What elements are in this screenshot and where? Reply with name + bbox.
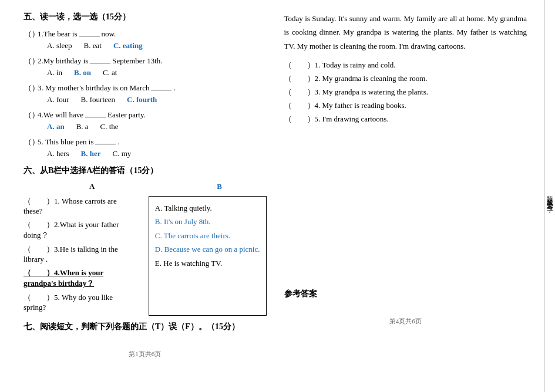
tf-q4: （ ）4. My father is reading books. (284, 100, 527, 111)
q3-blank (151, 82, 171, 90)
q4-opt-c: C. the (100, 122, 119, 131)
col-b-item-e: E. He is watching TV. (155, 256, 260, 270)
match-q4-text: （ ）4.When is your grandpa's birthday？ (23, 268, 137, 289)
q4-suffix: Easter party. (107, 110, 146, 120)
col-b-item-b: B. It's on July 8th. (155, 215, 260, 228)
col-b-item-a: A. Talking quietly. (155, 201, 260, 215)
rparen-1: ） (32, 29, 38, 39)
q1-opt-a: A. sleep (47, 41, 72, 50)
q5-opt-c: C. my (113, 149, 132, 158)
question-line-2: （ ） 2.My birthday is September 13th. (23, 55, 267, 66)
tf-q1: （ ）1. Today is rainy and cold. (284, 60, 527, 70)
match-q2-text: （ ）2.What is your father doing？ (23, 219, 137, 241)
col-a-header: A (23, 182, 161, 191)
q3-opt-b: B. fourteen (81, 95, 115, 104)
q4-text: 4.We will have (38, 110, 83, 120)
rparen-5: ） (32, 137, 38, 147)
col-a: （ ）1. Whose carrots are these? （ ）2.What… (23, 196, 137, 316)
q5-opt-a: A. hers (47, 149, 69, 158)
matching-headers: A B (23, 182, 267, 191)
section-five-title: 五、读一读，选一选（15分） (23, 12, 267, 22)
q5-options: A. hers B. her C. my (47, 149, 267, 158)
footer-left: 第1页共6页 (129, 350, 161, 359)
q2-suffix: September 13th. (112, 56, 162, 66)
match-q3-text: （ ）3.He is talking in the library . (23, 244, 137, 264)
col-b-item-d: D. Because we can go on a picnic. (155, 242, 260, 256)
tf-q5-text: （ ）5. I'm drawing cartoons. (284, 114, 389, 124)
rparen-2: ） (32, 56, 38, 66)
tf-q2-text: （ ）2. My grandma is cleaning the room. (284, 73, 428, 84)
q3-options: A. four B. fourteen C. fourth (47, 95, 267, 104)
section-six-title: 六、从B栏中选择A栏的答语（15分） (23, 165, 267, 176)
col-b-header: B (173, 182, 267, 191)
q2-opt-b: B. on (74, 68, 91, 77)
q1-opt-c: C. eating (113, 41, 143, 50)
tf-q2: （ ）2. My grandma is cleaning the room. (284, 73, 527, 84)
q4-opt-b: B. a (76, 122, 89, 131)
ref-answer: 参考答案 (284, 289, 527, 299)
question-line-1: （ ） 1.The bear is now. (23, 28, 267, 39)
q2-text: 2.My birthday is (38, 56, 88, 66)
q1-text: 1.The bear is (38, 29, 78, 39)
q1-blank (79, 28, 100, 36)
q1-options: A. sleep B. eat C. eating (47, 41, 267, 50)
reading-passage: Today is Sunday. It's sunny and warm. My… (284, 12, 527, 53)
q2-opt-c: C. at (103, 68, 117, 77)
tf-q1-text: （ ）1. Today is rainy and cold. (284, 60, 396, 70)
q2-opt-a: A. in (47, 68, 62, 77)
q4-options: A. an B. a C. the (47, 122, 267, 131)
paren-2: （ (23, 56, 32, 66)
q5-suffix: . (117, 137, 119, 147)
matching-area: （ ）1. Whose carrots are these? （ ）2.What… (23, 196, 267, 316)
q5-opt-b: B. her (81, 149, 101, 158)
paren-3: （ (23, 83, 32, 93)
match-q4: （ ）4.When is your grandpa's birthday？ (23, 268, 137, 289)
paren-4: （ (23, 110, 32, 120)
question-block-2: （ ） 2.My birthday is September 13th. A. … (23, 55, 267, 77)
tf-q4-text: （ ）4. My father is reading books. (284, 100, 406, 111)
match-q3: （ ）3.He is talking in the library . (23, 244, 137, 264)
question-block-5: （ ） 5. This blue pen is . A. hers B. her… (23, 136, 267, 158)
match-q5: （ ）5. Why do you like spring? (23, 292, 137, 312)
q5-blank (95, 136, 116, 144)
question-block-1: （ ） 1.The bear is now. A. sleep B. eat C… (23, 28, 267, 50)
q2-options: A. in B. on C. at (47, 68, 267, 77)
q1-suffix: now. (102, 29, 116, 39)
right-col: Today is Sunday. It's sunny and warm. My… (284, 12, 527, 380)
match-q5-text: （ ）5. Why do you like spring? (23, 292, 137, 312)
q5-text: 5. This blue pen is (38, 137, 93, 147)
section-seven-title: 七、阅读短文，判断下列各题的正（T）误（F）。（15分） (23, 322, 267, 332)
match-q1: （ ）1. Whose carrots are these? (23, 196, 137, 216)
q2-blank (90, 55, 110, 63)
question-line-3: （ ） 3. My mother's birthday is on March … (23, 82, 267, 93)
col-b-item-c: C. The carrots are theirs. (155, 229, 260, 242)
side-binding-text: 装订线不要写字 (544, 0, 555, 392)
paren-5: （ (23, 137, 32, 147)
question-line-4: （ ） 4.We will have Easter party. (23, 109, 267, 120)
q1-opt-b: B. eat (84, 41, 102, 50)
tf-q3: （ ）3. My grandpa is watering the plants. (284, 87, 527, 97)
question-block-3: （ ） 3. My mother's birthday is on March … (23, 82, 267, 104)
q4-opt-a: A. an (47, 122, 65, 131)
footer-right: 第4页共6页 (389, 317, 422, 326)
q3-suffix: . (173, 83, 175, 93)
rparen-3: ） (32, 83, 38, 93)
tf-q3-text: （ ）3. My grandpa is watering the plants. (284, 87, 429, 97)
question-line-5: （ ） 5. This blue pen is . (23, 136, 267, 147)
match-q1-text: （ ）1. Whose carrots are these? (23, 196, 137, 216)
paren-1: （ (23, 29, 32, 39)
q3-text: 3. My mother's birthday is on March (38, 83, 149, 93)
col-b: A. Talking quietly. B. It's on July 8th.… (149, 196, 267, 316)
q4-blank (85, 109, 106, 117)
section-six: 六、从B栏中选择A栏的答语（15分） A B （ ）1. Whose carro… (23, 165, 267, 316)
q3-opt-c: C. fourth (127, 95, 157, 104)
q3-opt-a: A. four (47, 95, 69, 104)
side-text-content: 装订线不要写字 (546, 190, 554, 202)
match-q2: （ ）2.What is your father doing？ (23, 219, 137, 241)
question-block-4: （ ） 4.We will have Easter party. A. an B… (23, 109, 267, 131)
rparen-4: ） (32, 110, 38, 120)
tf-q5: （ ）5. I'm drawing cartoons. (284, 114, 527, 124)
